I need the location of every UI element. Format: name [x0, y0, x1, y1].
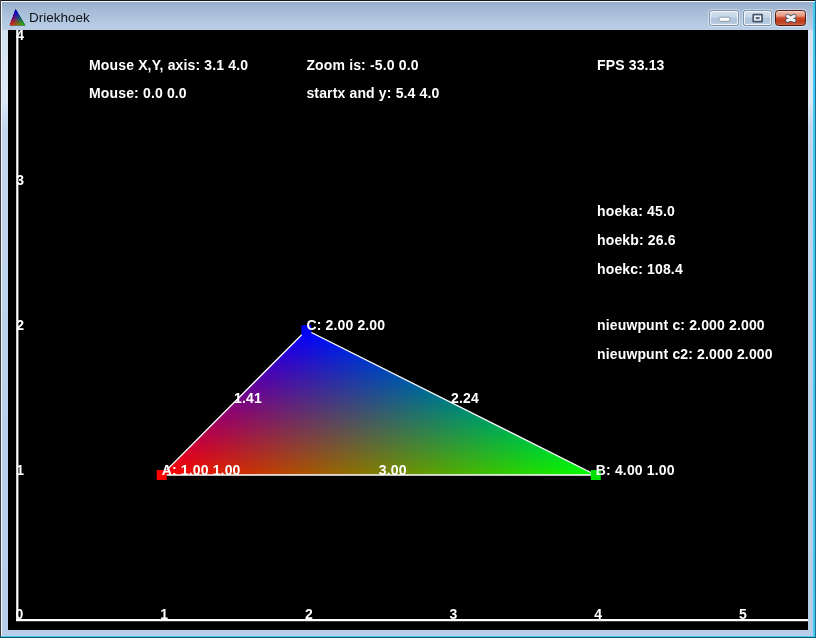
svg-text:3.00: 3.00 — [379, 462, 407, 478]
svg-text:startx and y: 5.4 4.0: startx and y: 5.4 4.0 — [306, 85, 439, 101]
svg-text:5: 5 — [739, 606, 747, 622]
svg-text:Mouse X,Y, axis: 3.1 4.0: Mouse X,Y, axis: 3.1 4.0 — [89, 57, 248, 73]
svg-text:1: 1 — [160, 606, 168, 622]
svg-text:nieuwpunt c2: 2.000 2.000: nieuwpunt c2: 2.000 2.000 — [597, 346, 773, 362]
svg-text:1.41: 1.41 — [234, 390, 262, 406]
svg-text:4: 4 — [16, 30, 24, 43]
svg-text:hoeka: 45.0: hoeka: 45.0 — [597, 203, 675, 219]
svg-text:A: 1.00 1.00: A: 1.00 1.00 — [162, 462, 241, 478]
svg-text:Mouse: 0.0 0.0: Mouse: 0.0 0.0 — [89, 85, 187, 101]
svg-text:FPS 33.13: FPS 33.13 — [597, 57, 665, 73]
svg-text:nieuwpunt c: 2.000 2.000: nieuwpunt c: 2.000 2.000 — [597, 317, 765, 333]
svg-text:3: 3 — [16, 172, 24, 188]
svg-text:C: 2.00 2.00: C: 2.00 2.00 — [306, 317, 385, 333]
svg-text:Zoom is: -5.0 0.0: Zoom is: -5.0 0.0 — [306, 57, 418, 73]
svg-text:0: 0 — [16, 606, 24, 622]
svg-text:2: 2 — [16, 317, 24, 333]
svg-text:hoekc: 108.4: hoekc: 108.4 — [597, 261, 683, 277]
svg-text:4: 4 — [594, 606, 602, 622]
svg-text:2: 2 — [305, 606, 313, 622]
svg-text:B: 4.00 1.00: B: 4.00 1.00 — [596, 462, 675, 478]
svg-text:2.24: 2.24 — [451, 390, 479, 406]
svg-text:3: 3 — [450, 606, 458, 622]
svg-text:hoekb: 26.6: hoekb: 26.6 — [597, 232, 676, 248]
svg-text:1: 1 — [16, 462, 24, 478]
